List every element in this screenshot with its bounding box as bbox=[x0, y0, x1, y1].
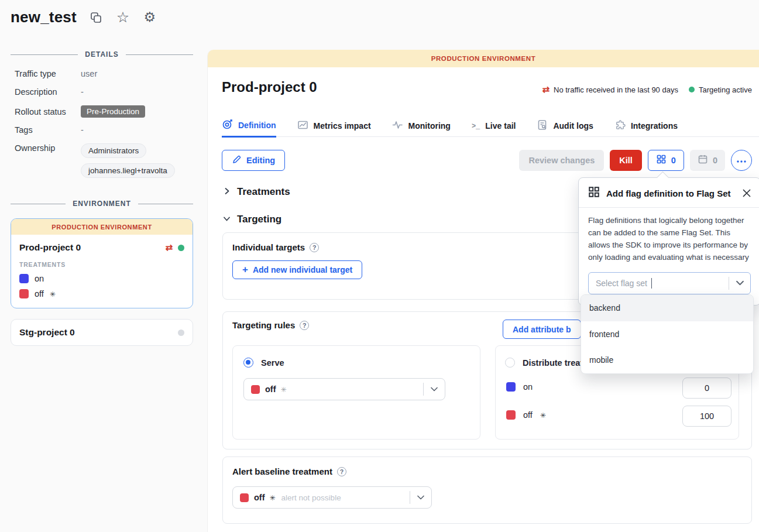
alert-baseline-select[interactable]: off alert not possible bbox=[232, 486, 432, 509]
add-individual-target-label: Add new individual target bbox=[253, 265, 352, 274]
serve-option-card: Serve off bbox=[232, 345, 480, 440]
copy-icon[interactable] bbox=[88, 10, 104, 25]
serve-treatment-value: off bbox=[265, 385, 276, 394]
environment-card-staging[interactable]: Stg-project 0 bbox=[11, 319, 193, 346]
owner-pill[interactable]: johannes.liegl+travolta bbox=[81, 163, 175, 178]
close-icon[interactable] bbox=[743, 189, 751, 197]
editing-button[interactable]: Editing bbox=[222, 150, 285, 171]
puzzle-icon bbox=[614, 119, 626, 132]
traffic-icon bbox=[165, 242, 173, 253]
traffic-status-text: No traffic received in the last 90 days bbox=[554, 85, 678, 94]
targeting-section-toggle[interactable]: Targeting bbox=[223, 214, 281, 225]
text-caret bbox=[651, 278, 652, 289]
tags-value: - bbox=[81, 125, 84, 135]
more-actions-button[interactable] bbox=[731, 150, 752, 171]
description-row: Description - bbox=[15, 87, 193, 97]
rollout-status-row: Rollout status Pre-Production bbox=[15, 105, 193, 118]
distribute-row-off: off bbox=[506, 410, 546, 420]
distribute-radio[interactable] bbox=[505, 358, 515, 368]
environment-divider: ENVIRONMENT bbox=[11, 200, 193, 208]
tags-label: Tags bbox=[15, 125, 81, 135]
production-environment-banner: PRODUCTION ENVIRONMENT bbox=[208, 50, 759, 67]
schedule-button[interactable]: 0 bbox=[690, 150, 725, 171]
tab-label: Audit logs bbox=[553, 121, 593, 131]
default-treatment-icon bbox=[50, 289, 56, 298]
status-row: No traffic received in the last 90 days … bbox=[542, 84, 752, 95]
tab-label: Monitoring bbox=[408, 121, 451, 131]
flag-sets-button[interactable]: 0 bbox=[648, 150, 684, 171]
chevron-down-icon bbox=[410, 495, 431, 500]
add-individual-target-button[interactable]: Add new individual target bbox=[232, 260, 362, 279]
traffic-type-row: Traffic type user bbox=[15, 69, 193, 78]
tab-metrics-impact[interactable]: Metrics impact bbox=[297, 116, 371, 136]
flag-name-title: new_test bbox=[11, 8, 77, 26]
tab-label: Integrations bbox=[631, 121, 678, 131]
traffic-status: No traffic received in the last 90 days bbox=[542, 84, 678, 95]
popup-description: Flag definitions that logically belong t… bbox=[588, 215, 751, 264]
environment-name: Stg-project 0 bbox=[19, 327, 178, 338]
serve-treatment-select[interactable]: off bbox=[243, 378, 445, 400]
terminal-icon bbox=[472, 121, 480, 131]
add-attribute-rule-label: Add attribute b bbox=[513, 325, 571, 334]
chevron-down-icon bbox=[729, 280, 750, 286]
help-icon[interactable] bbox=[337, 467, 346, 476]
tab-integrations[interactable]: Integrations bbox=[614, 116, 678, 136]
treatments-section-toggle[interactable]: Treatments bbox=[223, 186, 290, 198]
traffic-type-label: Traffic type bbox=[15, 69, 81, 78]
help-icon[interactable] bbox=[300, 321, 309, 330]
flag-set-select[interactable]: Select flag set bbox=[588, 272, 751, 294]
gear-icon[interactable] bbox=[142, 10, 157, 25]
kill-label: Kill bbox=[619, 156, 633, 165]
metrics-chart-icon bbox=[297, 119, 308, 132]
treatment-name: off bbox=[523, 410, 533, 420]
targeting-status: Targeting active bbox=[689, 85, 752, 94]
flag-set-option-frontend[interactable]: frontend bbox=[581, 321, 753, 348]
treatment-name: on bbox=[523, 382, 533, 392]
pulse-icon bbox=[392, 119, 403, 132]
review-changes-label: Review changes bbox=[528, 156, 595, 165]
audit-log-icon bbox=[537, 119, 548, 132]
grid-icon bbox=[656, 154, 667, 166]
tab-monitoring[interactable]: Monitoring bbox=[392, 116, 451, 136]
tab-bar: Definition Metrics impact Monitoring Liv… bbox=[222, 116, 759, 137]
grid-icon bbox=[588, 186, 600, 200]
default-treatment-icon bbox=[270, 492, 276, 503]
tab-label: Definition bbox=[238, 121, 276, 130]
flag-set-option-mobile[interactable]: mobile bbox=[581, 347, 753, 373]
alert-not-possible-hint: alert not possible bbox=[281, 493, 341, 502]
environment-card-production[interactable]: PRODUCTION ENVIRONMENT Prod-project 0 TR… bbox=[11, 218, 193, 308]
flag-set-option-backend[interactable]: backend bbox=[581, 295, 753, 321]
tab-label: Metrics impact bbox=[314, 121, 371, 131]
owner-pill[interactable]: Administrators bbox=[81, 143, 146, 158]
flag-set-options-list: backend frontend mobile bbox=[581, 294, 754, 374]
ownership-row: Ownership Administrators johannes.liegl+… bbox=[15, 143, 193, 183]
add-attribute-rule-button[interactable]: Add attribute b bbox=[503, 320, 581, 339]
alert-baseline-value: off bbox=[254, 493, 265, 502]
tab-label: Live tail bbox=[485, 121, 516, 131]
traffic-type-value: user bbox=[81, 69, 97, 78]
help-icon[interactable] bbox=[310, 243, 319, 252]
chevron-right-icon bbox=[223, 186, 231, 198]
page-header: new_test bbox=[11, 8, 157, 26]
description-value: - bbox=[81, 87, 84, 97]
serve-radio[interactable] bbox=[243, 358, 253, 368]
tab-live-tail[interactable]: Live tail bbox=[472, 116, 516, 136]
calendar-icon bbox=[698, 154, 708, 166]
tab-definition[interactable]: Definition bbox=[222, 116, 276, 138]
treatment-off-swatch bbox=[251, 385, 260, 394]
kill-button[interactable]: Kill bbox=[610, 150, 642, 171]
alert-baseline-title: Alert baseline treatment bbox=[232, 466, 332, 476]
treatment-name: off bbox=[35, 289, 44, 298]
treatment-name: on bbox=[35, 274, 44, 283]
tab-audit-logs[interactable]: Audit logs bbox=[537, 116, 593, 136]
default-treatment-icon bbox=[540, 410, 546, 420]
treatment-on-swatch bbox=[506, 382, 516, 392]
star-icon[interactable] bbox=[115, 10, 130, 25]
review-changes-button[interactable]: Review changes bbox=[519, 150, 604, 171]
distribute-on-percentage-input[interactable] bbox=[682, 377, 731, 399]
page-title: Prod-project 0 bbox=[222, 79, 317, 95]
treatments-label: TREATMENTS bbox=[19, 261, 184, 268]
ownership-label: Ownership bbox=[15, 143, 81, 153]
distribute-off-percentage-input[interactable] bbox=[682, 406, 731, 427]
alert-baseline-card: Alert baseline treatment off alert not p… bbox=[222, 457, 752, 524]
